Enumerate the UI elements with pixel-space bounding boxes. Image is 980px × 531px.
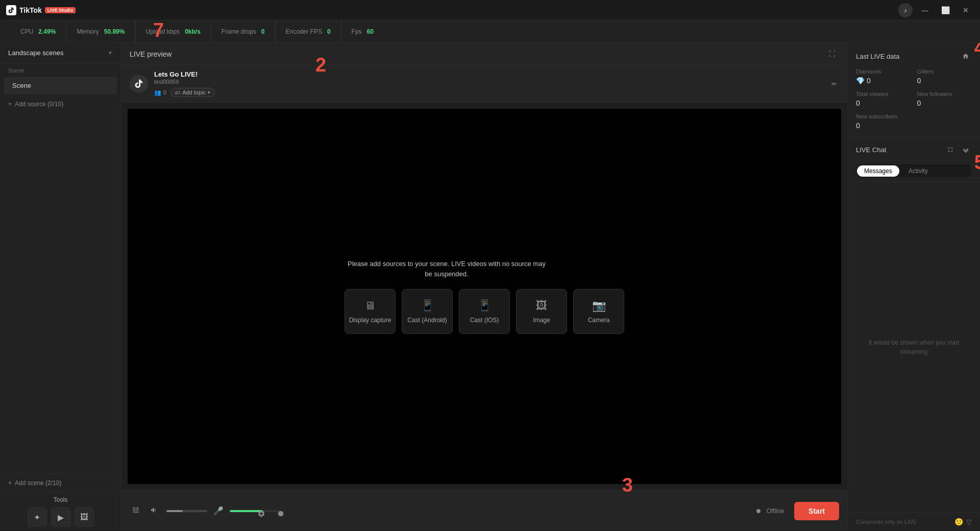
chat-tabs-container: Messages Activity bbox=[848, 160, 980, 182]
chat-body: It would be shown when you start streami… bbox=[848, 182, 980, 512]
maximize-button[interactable]: ⬜ bbox=[937, 2, 953, 18]
preview-header: LIVE preview ⛶ bbox=[121, 43, 847, 65]
title-bar-controls: ♪ — ⬜ ✕ bbox=[898, 2, 974, 18]
volume-icon[interactable] bbox=[148, 504, 160, 518]
tag-icon: 🏷 bbox=[175, 90, 180, 95]
gifters-item: Gifters 0 bbox=[917, 68, 972, 85]
add-scene-label: Add scene (2/10) bbox=[15, 479, 61, 487]
settings-button[interactable] bbox=[253, 505, 270, 522]
source-button-1[interactable]: 📱 Cast (Android) bbox=[402, 289, 453, 334]
stats-bar: 7 CPU 2.49% Memory 50.89% Upload kbps 0k… bbox=[0, 20, 980, 43]
tab-messages[interactable]: Messages bbox=[857, 165, 899, 177]
chat-footer-icons: 🙂 ▽ bbox=[954, 518, 972, 526]
sparkle-tool-button[interactable]: ✦ bbox=[28, 508, 47, 527]
gifters-label: Gifters bbox=[917, 68, 972, 75]
upload-stat: Upload kbps 0kb/s bbox=[135, 20, 211, 42]
title-bar-left: TikTok LIVE Studio bbox=[6, 5, 76, 15]
tab-activity[interactable]: Activity bbox=[901, 165, 935, 177]
scene-item[interactable]: Scene bbox=[4, 77, 117, 94]
tools-panel: Tools ✦ ▶ 🖼 bbox=[0, 492, 121, 531]
add-topic-button[interactable]: 🏷 Add topic ▾ bbox=[170, 88, 215, 97]
add-source-label: Add source (0/10) bbox=[15, 101, 63, 108]
source-button-4[interactable]: 📷 Camera bbox=[573, 289, 624, 334]
last-live-title: Last LIVE data bbox=[856, 53, 899, 60]
source-icon-1: 📱 bbox=[421, 299, 434, 312]
chat-expand-button[interactable] bbox=[944, 143, 957, 156]
mixer-icon[interactable] bbox=[130, 504, 142, 518]
live-studio-badge: LIVE Studio bbox=[45, 7, 76, 13]
chat-empty-text: It would be shown when you start streami… bbox=[858, 338, 970, 356]
label-4: 4 bbox=[974, 43, 980, 57]
app-title: TikTok bbox=[19, 6, 42, 14]
center-panel: LIVE preview ⛶ 2 Lets Go LIVE! test00059… bbox=[121, 43, 847, 531]
source-icon-4: 📷 bbox=[592, 299, 606, 312]
source-button-3[interactable]: 🖼 Image bbox=[516, 289, 567, 334]
memory-label: Memory bbox=[77, 28, 99, 35]
volume-slider[interactable] bbox=[166, 510, 207, 512]
image-tool-button[interactable]: 🖼 bbox=[75, 508, 94, 527]
viewers-badge: 👥 0 bbox=[154, 89, 166, 96]
cpu-label: CPU bbox=[20, 28, 33, 35]
stream-meta: 👥 0 🏷 Add topic ▾ bbox=[154, 88, 823, 97]
scenes-title: Landscape scenes bbox=[8, 49, 63, 57]
offline-status: Offline bbox=[767, 508, 784, 515]
stream-info-bar: 2 Lets Go LIVE! test00059 👥 0 🏷 Add topi… bbox=[121, 65, 847, 103]
user-avatar[interactable]: ♪ bbox=[898, 3, 913, 17]
fps-stat: Fps 60 bbox=[341, 20, 384, 42]
close-button[interactable]: ✕ bbox=[958, 2, 974, 18]
start-button[interactable]: Start bbox=[794, 502, 839, 520]
total-viewers-label: Total viewers bbox=[856, 91, 911, 97]
source-icon-0: 🖥 bbox=[364, 299, 376, 312]
chevron-icon: ▾ bbox=[208, 90, 210, 95]
microphone-icon[interactable]: 🎤 bbox=[213, 506, 224, 516]
stream-title-info: Lets Go LIVE! test00059 👥 0 🏷 Add topic … bbox=[154, 70, 823, 97]
source-icon-3: 🖼 bbox=[536, 299, 547, 312]
add-scene-button[interactable]: + Add scene (2/10) bbox=[0, 474, 121, 492]
fullscreen-button[interactable]: ⛶ bbox=[825, 47, 839, 61]
title-bar: TikTok LIVE Studio ♪ — ⬜ ✕ bbox=[0, 0, 980, 20]
svg-point-0 bbox=[278, 511, 284, 517]
chat-title: LIVE Chat bbox=[856, 146, 886, 154]
live-data-grid: Diamonds 💎 0 Gifters 0 Total viewers 0 N… bbox=[856, 68, 972, 130]
right-panel: 4 Last LIVE data Diamonds 💎 0 bbox=[847, 43, 980, 531]
edit-button[interactable]: ✏ bbox=[829, 78, 839, 90]
main-layout: Landscape scenes ▼ Scene Scene + Add sou… bbox=[0, 43, 980, 531]
stream-username: test00059 bbox=[154, 79, 823, 85]
plus-icon-scene: + bbox=[8, 479, 12, 487]
scenes-header[interactable]: Landscape scenes ▼ bbox=[0, 43, 121, 63]
image-icon: 🖼 bbox=[80, 513, 88, 522]
encoder-stat: Encoder FPS 0 bbox=[276, 20, 341, 42]
cpu-value: 2.49% bbox=[38, 28, 56, 35]
encoder-value: 0 bbox=[327, 28, 331, 35]
encoder-label: Encoder FPS bbox=[286, 28, 322, 35]
minimize-button[interactable]: — bbox=[917, 2, 933, 18]
source-button-2[interactable]: 📱 Cast (IOS) bbox=[459, 289, 510, 334]
add-source-button[interactable]: + Add source (0/10) bbox=[0, 95, 121, 113]
source-label-3: Image bbox=[533, 317, 550, 324]
offline-indicator bbox=[756, 509, 761, 513]
source-label-1: Cast (Android) bbox=[407, 317, 447, 324]
filter-icon[interactable]: ▽ bbox=[966, 518, 972, 526]
tools-icons: ✦ ▶ 🖼 bbox=[8, 508, 113, 527]
viewers-icon: 👥 bbox=[154, 89, 161, 96]
chat-settings-button[interactable] bbox=[960, 143, 972, 156]
record-button[interactable] bbox=[273, 505, 289, 522]
home-icon[interactable] bbox=[960, 50, 972, 62]
source-label-2: Cast (IOS) bbox=[470, 317, 499, 324]
upload-label: Upload kbps bbox=[145, 28, 180, 35]
framedrops-stat: Frame drops 0 bbox=[211, 20, 276, 42]
framedrops-label: Frame drops bbox=[222, 28, 256, 35]
fps-value: 60 bbox=[367, 28, 374, 35]
last-live-section: 4 Last LIVE data Diamonds 💎 0 bbox=[848, 43, 980, 137]
new-followers-item: New followers 0 bbox=[917, 91, 972, 107]
source-button-0[interactable]: 🖥 Display capture bbox=[345, 289, 396, 334]
fps-label: Fps bbox=[352, 28, 362, 35]
video-icon: ▶ bbox=[58, 513, 64, 522]
upload-value: 0kb/s bbox=[185, 28, 201, 35]
source-label-0: Display capture bbox=[349, 317, 391, 324]
diamonds-item: Diamonds 💎 0 bbox=[856, 68, 911, 85]
video-tool-button[interactable]: ▶ bbox=[51, 508, 70, 527]
preview-area: Please add sources to your scene. LIVE v… bbox=[128, 109, 841, 484]
tools-label: Tools bbox=[8, 496, 113, 503]
emoji-icon[interactable]: 🙂 bbox=[954, 518, 963, 526]
